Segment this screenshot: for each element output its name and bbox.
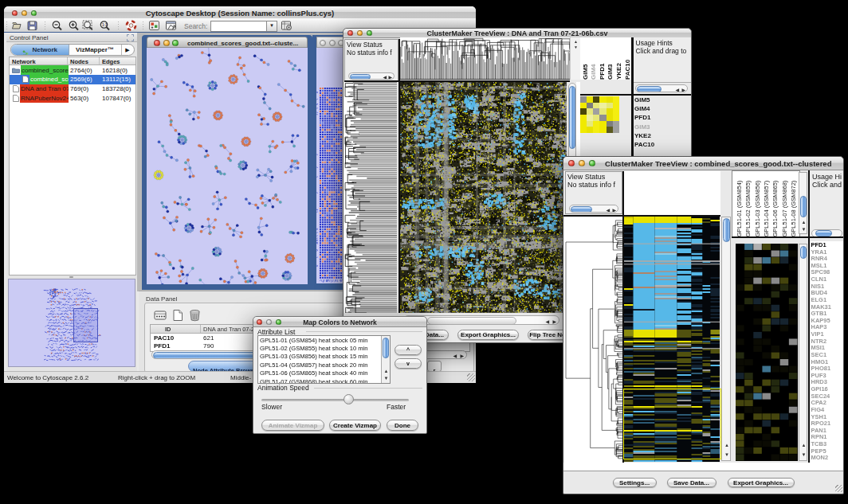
tv2-button-settings-[interactable]: Settings... <box>613 478 657 487</box>
scrollbar-thumb[interactable] <box>571 206 592 213</box>
zoom-fit-icon[interactable] <box>82 20 94 31</box>
dialog-button-create-vizmap[interactable]: Create Vizmap <box>329 420 381 431</box>
scroll-left-arrow-icon[interactable]: ◀ <box>675 88 679 92</box>
zoom-in-icon[interactable] <box>68 20 80 31</box>
network-table-row[interactable]: combined_scores_2764(0)16218(0) <box>10 65 135 75</box>
scrollbar-thumb[interactable] <box>800 196 807 217</box>
tv2-zoom-heatmap[interactable] <box>736 244 798 461</box>
tv1-button-export-graphics-[interactable]: Export Graphics... <box>457 330 519 340</box>
tv2-usage-hscrollbar[interactable] <box>811 229 842 237</box>
tv2-status-hscrollbar[interactable]: ◀ ▶ <box>569 205 618 213</box>
node-attribute-browser-tab[interactable]: Node Attribute Brows <box>188 361 259 372</box>
plugin-grid-icon[interactable] <box>148 20 160 31</box>
tab-overflow-arrow[interactable]: ▶ <box>121 45 134 55</box>
tv2-row-dendrogram[interactable] <box>564 217 622 463</box>
scroll-down-arrow-icon[interactable]: ▼ <box>802 452 807 457</box>
dialog-titlebar[interactable]: Map Colors to Network <box>253 317 426 327</box>
scroll-up-arrow-icon[interactable]: ▲ <box>802 443 807 447</box>
scrollbar-thumb[interactable] <box>723 218 730 242</box>
tv2-collabels-vscrollbar[interactable]: ▲ ▼ <box>799 172 807 234</box>
move-down-button[interactable]: v <box>395 358 422 369</box>
import-annotation-icon[interactable] <box>165 20 177 31</box>
open-file-icon[interactable] <box>11 20 23 31</box>
scrollbar-thumb[interactable] <box>350 74 371 80</box>
scroll-down-arrow-icon[interactable]: ▼ <box>574 45 578 49</box>
help-lifering-icon[interactable] <box>125 20 137 31</box>
scroll-right-arrow-icon[interactable]: ▶ <box>460 354 464 358</box>
scroll-left-arrow-icon[interactable]: ◀ <box>453 354 457 358</box>
attribute-list-item[interactable]: GPL51-06 (GSM865) heat shock 40 min <box>260 369 368 377</box>
slider-thumb[interactable] <box>344 394 354 404</box>
network-table-row[interactable]: combined_sco2569(6)13112(15) <box>10 75 135 84</box>
tab-network[interactable]: Network <box>11 45 69 55</box>
overview-viewport-rect[interactable] <box>73 308 98 342</box>
dialog-button-done[interactable]: Done <box>387 420 418 431</box>
scrollbar-thumb[interactable] <box>383 338 389 358</box>
scroll-right-arrow-icon[interactable]: ▶ <box>612 208 616 213</box>
zoom-actual-icon[interactable]: 1:1 <box>99 20 111 31</box>
frame2-close-button[interactable] <box>320 40 326 46</box>
network-table-row[interactable]: DNA and Tran 07769(0)183728(0) <box>10 84 135 94</box>
frame-minimize-button[interactable] <box>163 40 170 46</box>
network-attribute-browser-tab[interactable]: r <box>427 361 442 372</box>
main-titlebar[interactable]: Cytoscape Desktop (Session Name: collins… <box>4 6 476 19</box>
dialog-button-animate-vizmap[interactable]: Animate Vizmap <box>261 420 324 431</box>
trash-icon[interactable] <box>188 309 202 322</box>
frame-close-button[interactable] <box>154 40 160 46</box>
tv2-zoomheat-vscrollbar[interactable]: ▲ ▼ <box>799 244 807 461</box>
tv1-row-dendrogram[interactable] <box>344 82 397 313</box>
search-input[interactable] <box>210 21 268 32</box>
tv1-status-hscrollbar[interactable]: ◀ ▶ <box>348 72 395 80</box>
attribute-list-item[interactable]: GPL51-02 (GSM855) heat shock 10 min <box>260 345 368 352</box>
frame2-minimize-button[interactable] <box>329 40 336 46</box>
scroll-up-arrow-icon[interactable]: ▲ <box>574 40 578 44</box>
scroll-down-arrow-icon[interactable]: ▼ <box>802 227 807 232</box>
scroll-right-arrow-icon[interactable]: ▶ <box>388 75 392 80</box>
tv1-column-dendrogram[interactable] <box>400 37 570 80</box>
tv2-resize-grip[interactable] <box>835 485 842 492</box>
save-icon[interactable] <box>26 20 38 31</box>
attribute-list-item[interactable]: GPL51-07 (GSM868) heat shock 60 min <box>260 378 368 385</box>
tv1-usage-hscrollbar[interactable]: ◀ ▶ <box>635 84 688 92</box>
table-grid-icon[interactable] <box>154 309 167 322</box>
search-dropdown-button[interactable]: ▼ <box>266 21 277 32</box>
scrollbar-thumb[interactable] <box>815 230 832 236</box>
scroll-down-arrow-icon[interactable]: ▼ <box>384 376 389 381</box>
attribute-editor-icon[interactable] <box>281 20 292 31</box>
resize-grip[interactable] <box>467 373 475 381</box>
tv2-heatmap-vscrollbar[interactable]: ▲ ▼ <box>721 217 731 461</box>
scroll-up-arrow-icon[interactable]: ▲ <box>802 220 807 225</box>
float-panel-icon[interactable] <box>127 34 134 41</box>
tv2-button-save-data-[interactable]: Save Data... <box>667 478 716 487</box>
scroll-down-arrow-icon[interactable]: ▼ <box>724 452 729 457</box>
tv2-close-button[interactable] <box>568 160 575 166</box>
attribute-list-item[interactable]: GPL51-03 (GSM856) heat shock 15 min <box>260 353 368 360</box>
scroll-right-arrow-icon[interactable]: ▶ <box>681 88 685 92</box>
zoom-out-icon[interactable] <box>51 20 63 31</box>
tv1-main-heatmap[interactable] <box>400 82 567 313</box>
tab-vizmapper[interactable]: VizMapper™ <box>69 45 122 55</box>
scroll-up-arrow-icon[interactable]: ▲ <box>384 369 389 373</box>
frame-zoom-button[interactable] <box>172 40 179 46</box>
scroll-left-arrow-icon[interactable]: ◀ <box>606 208 610 213</box>
attribute-listbox[interactable]: GPL51-01 (GSM854) heat shock 05 minGPL51… <box>257 335 391 385</box>
attribute-list-vscrollbar[interactable]: ▲ ▼ <box>381 336 390 384</box>
attribute-list-item[interactable]: GPL51-04 (GSM857) heat shock 20 min <box>260 361 368 369</box>
tv2-zoom-button[interactable] <box>589 160 595 166</box>
scroll-right-arrow-icon[interactable]: ▶ <box>552 319 556 324</box>
scroll-left-arrow-icon[interactable]: ◀ <box>545 319 549 324</box>
network-table-row[interactable]: RNAPuberNov2+!563(0)107847(0) <box>10 93 135 103</box>
tv2-titlebar[interactable]: ClusterMaker TreeView : combined_scores_… <box>563 157 844 170</box>
scrollbar-thumb[interactable] <box>800 246 807 259</box>
scroll-left-arrow-icon[interactable]: ◀ <box>383 75 387 80</box>
tv2-minimize-button[interactable] <box>579 160 585 166</box>
new-document-icon[interactable] <box>171 309 185 322</box>
network-canvas[interactable] <box>147 48 308 284</box>
move-up-button[interactable]: ^ <box>395 345 422 355</box>
attribute-list-item[interactable]: GPL51-01 (GSM854) heat shock 05 min <box>260 337 368 344</box>
tv2-button-export-graphics-[interactable]: Export Graphics... <box>728 478 795 487</box>
scrollbar-thumb[interactable] <box>569 86 575 149</box>
tv1-zoom-heatmap[interactable] <box>580 96 619 133</box>
scroll-up-arrow-icon[interactable]: ▲ <box>724 443 729 447</box>
scrollbar-thumb[interactable] <box>637 86 662 92</box>
